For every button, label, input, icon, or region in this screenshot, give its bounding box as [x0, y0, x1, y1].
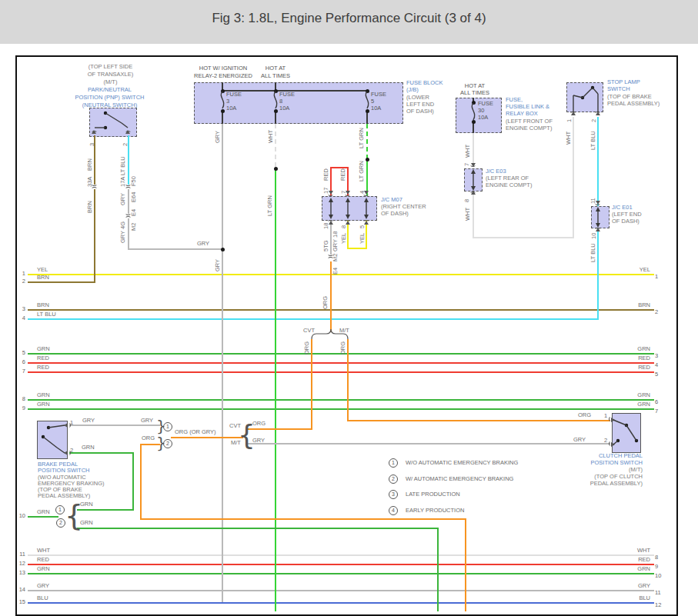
component-text: (LEFT END	[612, 211, 666, 218]
wire-segment-grn	[132, 452, 134, 511]
wire-segment-blu	[28, 602, 654, 604]
component-text: 10A	[371, 105, 402, 112]
wire-color-label: RED	[340, 168, 346, 181]
wire-color-label: 17	[323, 188, 329, 194]
row-number-left: 7	[17, 368, 25, 375]
pin-arrowhead	[346, 221, 350, 225]
component-text: 30	[478, 107, 509, 114]
component-text: ENGINE COMPT)	[486, 181, 543, 188]
option-brace: {	[65, 501, 83, 530]
row-color-label-right: BRN	[616, 302, 650, 308]
component-text: 10A	[279, 105, 310, 112]
component-text: SWITCH	[607, 85, 669, 92]
wire-segment-wht	[473, 194, 474, 238]
component-text: (NEUTRAL SWITCH)	[65, 102, 154, 109]
component-text: ALL TIMES	[250, 72, 301, 80]
stop-lamp-switch-box	[566, 82, 603, 112]
pin-arrowhead	[596, 228, 600, 231]
wire-color-label: ORG	[142, 435, 155, 441]
wire-color-label: M2	[131, 223, 137, 231]
junction-dot	[221, 248, 225, 251]
row-color-label-right: GRN	[616, 566, 650, 572]
wire-segment-ltgrn	[275, 168, 276, 611]
wire-color-label: M2	[332, 254, 339, 261]
wire-color-label: 18	[323, 223, 329, 229]
wire-segment-yel	[28, 274, 654, 275]
row-number-left: 11	[17, 551, 25, 558]
component-text: PEDAL ASSEMBLY)	[573, 480, 643, 487]
component-text: FUSE	[226, 91, 257, 98]
junction-dot	[221, 89, 225, 93]
row-color-label-left: BRN	[37, 302, 49, 308]
wire-segment-org	[140, 518, 466, 520]
component-text: OF DASH)	[612, 218, 666, 225]
wire-color-label: GRY	[573, 437, 586, 443]
wire-segment-blk	[222, 112, 223, 124]
row-color-label-right: GRY	[616, 583, 650, 589]
wire-color-label: YEL	[359, 233, 366, 244]
wire-segment-org	[347, 339, 349, 421]
wire-color-label: LT GRN	[267, 195, 273, 216]
wire-color-label: 1	[70, 420, 73, 426]
wire-segment-blk	[366, 112, 368, 124]
wire-segment-gry	[28, 590, 654, 591]
diagram-canvas: 32BRN33ABRNLT BLU17AF50GRYE64E4M2GRY 4GG…	[0, 0, 698, 616]
wire-color-label: BRN	[87, 158, 93, 171]
wire-segment-ltblu	[597, 228, 599, 320]
junction-dot	[366, 89, 369, 93]
row-color-label-right: RED	[616, 365, 650, 371]
junction-dot	[274, 167, 278, 171]
wire-segment-grn	[77, 509, 134, 511]
component-text: PEDAL ASSEMBLY)	[607, 100, 673, 107]
wire-color-label: 2	[591, 119, 597, 122]
wire-segment-blk	[275, 112, 276, 124]
row-number-right: 2	[655, 308, 658, 315]
wire-color-label: 2	[122, 143, 129, 146]
wire-segment-wht	[28, 554, 654, 556]
row-color-label-left: RED	[37, 557, 49, 563]
wire-color-label: LT BLU	[590, 131, 596, 150]
row-number-left: 2	[17, 278, 25, 285]
pin-arrowhead	[571, 112, 576, 115]
row-number-left: 3	[17, 305, 25, 312]
row-number-left: 12	[17, 560, 25, 567]
wire-color-label: 11	[590, 198, 596, 204]
component-text: STOP LAMP	[607, 78, 669, 85]
component-text: J/C E01	[612, 204, 658, 211]
wire-segment-gry	[128, 218, 129, 250]
legend-note-text: W/O AUTOMATIC EMERGENCY BRAKING	[406, 460, 518, 466]
row-number-right: 1	[655, 273, 658, 280]
row-number-right: 5	[655, 371, 658, 378]
wire-segment-brn	[28, 309, 654, 311]
row-color-label-right: RED	[616, 557, 650, 563]
component-text: OF TRANSAXLE)	[74, 71, 147, 78]
row-number-right: 11	[655, 589, 661, 596]
wire-color-label: WHT	[566, 132, 572, 145]
row-color-label-right: WHT	[616, 548, 650, 554]
legend-note-text: LATE PRODUCTION	[406, 491, 460, 498]
row-number-right: 9	[655, 563, 658, 570]
component-text: 5	[371, 98, 402, 105]
wire-segment-grn	[77, 528, 439, 529]
wire-color-label: 8	[464, 199, 470, 202]
component-text: POSITION SWITCH	[573, 459, 643, 466]
row-number-left: 6	[17, 358, 25, 365]
legend-note-number: 1	[389, 458, 398, 468]
wire-color-label: ORG	[578, 412, 591, 418]
component-text: J/C M07	[381, 196, 427, 203]
component-text: ENGINE COMPT)	[506, 125, 567, 132]
row-color-label-left: GRN	[37, 566, 50, 572]
row-number-left: 13	[17, 569, 25, 576]
wire-color-label: GRY	[141, 418, 153, 424]
pin-arrowhead	[471, 163, 476, 167]
wire-color-label: E64	[131, 192, 137, 202]
wire-color-label: E4	[131, 209, 137, 216]
pin-arrowhead	[92, 130, 96, 134]
component-text: POSITION (PNP) SWITCH	[65, 94, 154, 102]
wire-segment-gry	[69, 425, 160, 426]
wire-color-label: 4	[359, 191, 366, 194]
wire-segment-wht	[573, 117, 574, 238]
wire-segment-brn	[28, 281, 95, 283]
wire-color-label: LT GRN	[359, 128, 365, 148]
wire-color-label: 1	[566, 119, 573, 122]
